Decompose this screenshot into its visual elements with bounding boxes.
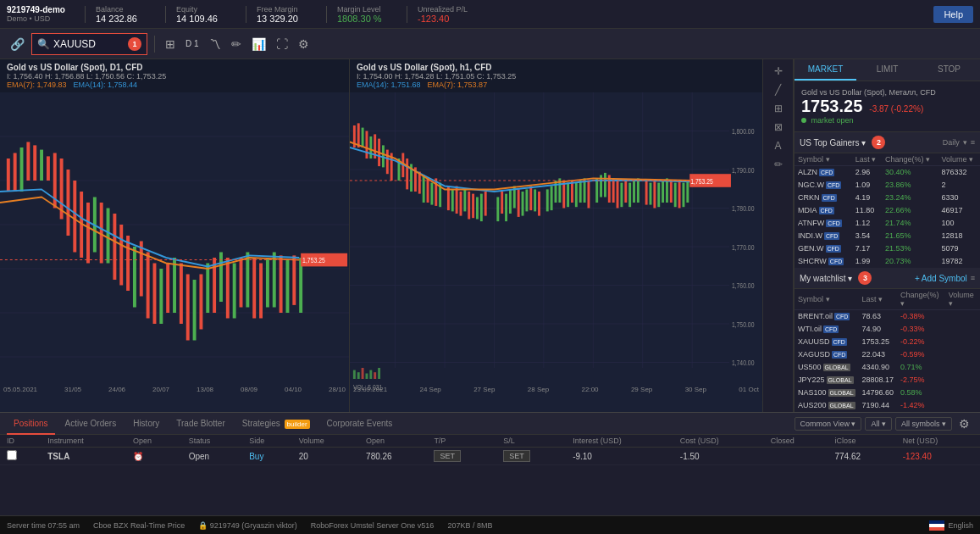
tab-stop[interactable]: STOP [918, 59, 980, 81]
search-icon: 🔍 [37, 38, 50, 50]
tab-market[interactable]: MARKET [795, 59, 856, 81]
svg-text:1,800.00: 1,800.00 [732, 127, 755, 136]
svg-rect-100 [484, 192, 487, 216]
tab-limit[interactable]: LIMIT [856, 59, 918, 81]
tab-trade-blotter[interactable]: Trade Blotter [169, 413, 231, 435]
table-row[interactable]: GEN.WCFD 7.17 21.53% 5079 [795, 242, 980, 255]
list-item[interactable]: BRENT.oilCFD 78.63 -0.38% [795, 310, 980, 323]
svg-text:1,740.00: 1,740.00 [732, 359, 755, 367]
draw-icon[interactable]: ✏ [228, 36, 245, 53]
table-row[interactable]: SHCRWCFD 1.99 20.73% 19782 [795, 255, 980, 268]
svg-rect-143 [683, 183, 685, 208]
table-row[interactable]: ATNFWCFD 1.12 21.74% 100 [795, 217, 980, 230]
list-item[interactable]: NAS100GLOBAL 14796.60 0.58% [795, 387, 980, 399]
chart-d1-ohlc: I: 1,756.40 H: 1,756.88 L: 1,750.56 C: 1… [7, 72, 342, 81]
data-source: Cboe BZX Real-Time Price [93, 521, 185, 530]
list-item[interactable]: XAUUSDCFD 1753.25 -0.22% [795, 336, 980, 348]
svg-rect-131 [628, 183, 631, 208]
svg-rect-0 [0, 92, 349, 401]
svg-rect-92 [451, 189, 454, 211]
settings-icon[interactable]: ⚙ [295, 36, 313, 53]
watchlist-table: Symbol ▾ Last ▾ Change(%) ▾ Volume ▾ BRE… [795, 289, 980, 412]
trend-line-icon[interactable]: ╱ [767, 81, 790, 98]
list-item[interactable]: JPY225GLOBAL 28808.17 -2.75% [795, 374, 980, 387]
svg-rect-23 [113, 214, 116, 280]
svg-rect-12 [40, 150, 43, 181]
table-row[interactable]: MDIACFD 11.80 22.66% 46917 [795, 204, 980, 217]
svg-rect-95 [463, 189, 466, 211]
tab-active-orders[interactable]: Active Orders [58, 413, 124, 435]
table-row[interactable]: INDI.WCFD 3.54 21.65% 12818 [795, 230, 980, 242]
link-icon[interactable]: 🔗 [7, 36, 28, 53]
svg-rect-137 [657, 183, 660, 208]
all-symbols-button[interactable]: All symbols ▾ [895, 417, 952, 431]
svg-rect-142 [678, 181, 681, 209]
instrument-name: Gold vs US Dollar (Spot), Металл, CFD [801, 88, 973, 97]
list-item[interactable]: AUS200GLOBAL 7190.44 -1.42% [795, 399, 980, 412]
svg-rect-119 [575, 183, 578, 208]
candlestick-icon[interactable]: 📊 [248, 36, 269, 53]
price-display: Gold vs US Dollar (Spot), Металл, CFD 17… [795, 81, 980, 132]
language-selector[interactable]: English [929, 520, 973, 531]
table-row[interactable]: CRKNCFD 4.19 23.24% 6330 [795, 192, 980, 204]
account-info-status: 🔒 9219749 (Gryaszin viktor) [198, 521, 297, 530]
svg-rect-45 [259, 264, 263, 319]
fib-icon[interactable]: ⊠ [767, 119, 790, 136]
text-icon[interactable]: A [767, 137, 790, 154]
svg-rect-22 [107, 209, 110, 264]
all-button[interactable]: All ▾ [865, 417, 892, 431]
svg-rect-43 [246, 253, 249, 308]
common-view-button[interactable]: Common View ▾ [795, 417, 862, 431]
pencil-icon[interactable]: ✏ [767, 156, 790, 173]
help-button[interactable]: Help [933, 6, 973, 23]
divider [407, 6, 407, 23]
search-input[interactable] [53, 38, 121, 50]
layout-icon[interactable]: ⊞ [162, 36, 179, 53]
add-symbol-button[interactable]: + Add Symbol [915, 274, 967, 283]
list-item[interactable]: WTI.oilCFD 74.90 -0.33% [795, 323, 980, 336]
col-open-icon: Open [126, 435, 182, 448]
watchlist-header: My watchlist ▾ 3 + Add Symbol ≡ [795, 268, 980, 289]
table-row[interactable]: NGC.WCFD 1.09 23.86% 2 [795, 179, 980, 192]
tab-strategies[interactable]: Strategies builder [235, 413, 317, 435]
svg-rect-123 [595, 178, 598, 203]
chart-d1-header: Gold vs US Dollar (Spot), D1, CFD I: 1,7… [0, 59, 349, 92]
sl-set-button[interactable]: SET [503, 450, 530, 462]
settings-icon[interactable]: ⚙ [955, 415, 973, 432]
balance-block: Balance 14 232.86 [96, 5, 155, 24]
list-item[interactable]: XAGUSDCFD 22.043 -0.59% [795, 348, 980, 361]
draw-tool-icon[interactable]: ⊞ [767, 100, 790, 117]
list-item[interactable]: US500GLOBAL 4340.90 0.71% [795, 361, 980, 374]
svg-rect-82 [406, 159, 408, 189]
col-closed: Closed [764, 435, 828, 448]
search-box[interactable]: 🔍 1 [31, 33, 147, 55]
svg-rect-27 [140, 242, 143, 297]
tab-corporate-events[interactable]: Corporate Events [320, 413, 400, 435]
watchlist-controls: + Add Symbol ≡ [915, 274, 975, 283]
svg-rect-134 [645, 181, 648, 205]
gainers-title[interactable]: US Top Gainers ▾ 2 [800, 136, 885, 149]
flag-icon [929, 520, 944, 531]
timeframe-selector[interactable]: D 1 [182, 37, 202, 50]
table-row[interactable]: ALZNCFD 2.96 30.40% 876332 [795, 166, 980, 179]
market-status: market open [801, 116, 973, 125]
row-checkbox[interactable] [7, 450, 17, 460]
indicator-icon[interactable]: 〽 [206, 36, 224, 53]
crosshair-icon[interactable]: ✛ [767, 63, 790, 80]
free-margin-block: Free Margin 13 329.20 [257, 5, 316, 24]
balance-value: 14 232.86 [96, 14, 155, 24]
col-side: Side [242, 435, 292, 448]
tab-history[interactable]: History [126, 413, 166, 435]
watchlist-title[interactable]: My watchlist ▾ 3 [800, 271, 872, 285]
svg-rect-87 [427, 178, 429, 203]
svg-rect-31 [166, 264, 169, 314]
col-interest: Interest (USD) [566, 435, 673, 448]
svg-rect-128 [617, 181, 619, 209]
svg-rect-48 [280, 255, 283, 313]
annotation-3: 3 [858, 271, 872, 285]
chart-right-toolbar: ✛ ╱ ⊞ ⊠ A ✏ [763, 59, 794, 412]
memory-usage: 207KB / 8MB [447, 521, 492, 530]
tab-positions[interactable]: Positions [7, 413, 55, 435]
zoom-icon[interactable]: ⛶ [273, 36, 291, 53]
tp-set-button[interactable]: SET [434, 450, 461, 462]
